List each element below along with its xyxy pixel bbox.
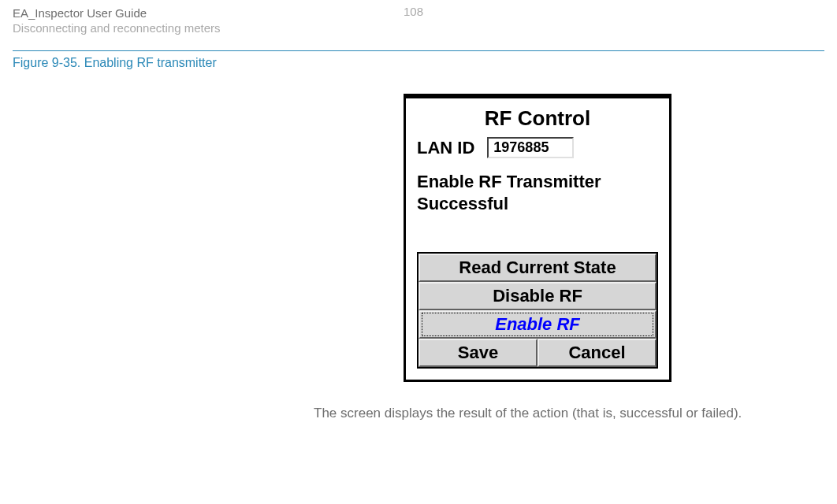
document-title: EA_Inspector User Guide [13, 6, 220, 20]
device-screen: RF Control LAN ID Enable RF Transmitter … [404, 94, 671, 382]
disable-rf-button[interactable]: Disable RF [418, 282, 657, 310]
page-number: 108 [404, 5, 423, 18]
header-divider [13, 50, 824, 51]
enable-rf-button[interactable]: Enable RF [418, 310, 657, 339]
lan-id-label: LAN ID [417, 138, 474, 158]
save-button[interactable]: Save [418, 339, 538, 367]
read-current-state-button[interactable]: Read Current State [418, 254, 657, 282]
button-panel: Read Current State Disable RF Enable RF … [417, 252, 658, 369]
figure-caption: Figure 9-35. Enabling RF transmitter [13, 56, 837, 70]
enable-rf-button-label: Enable RF [495, 314, 580, 334]
status-message-line1: Enable RF Transmitter [417, 171, 658, 193]
document-subtitle: Disconnecting and reconnecting meters [13, 21, 220, 35]
status-message-line2: Successful [417, 193, 658, 215]
body-text: The screen displays the result of the ac… [314, 406, 837, 421]
lan-id-input[interactable] [487, 137, 574, 158]
cancel-button[interactable]: Cancel [538, 339, 657, 367]
rf-control-title: RF Control [417, 106, 658, 131]
